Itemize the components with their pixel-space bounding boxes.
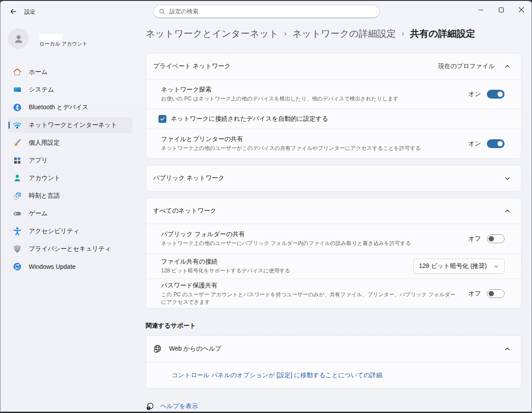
encryption-dropdown[interactable]: 128 ビット暗号化 (推奨) — [413, 259, 505, 274]
search-placeholder: 設定の検索 — [170, 8, 198, 15]
control-panel-help-link[interactable]: コントロール パネルのオプションが [設定] に移動することについての詳細 — [172, 371, 382, 379]
toggle-knob — [489, 291, 494, 296]
accessibility-icon — [13, 227, 22, 236]
card-title: パブリック ネットワーク — [153, 174, 505, 182]
all-networks-expander[interactable]: すべてのネットワーク — [146, 198, 521, 224]
checkbox-label: ネットワークに接続されたデバイスを自動的に設定する — [171, 115, 328, 123]
web-help-globe-icon — [153, 344, 162, 353]
breadcrumb-item-network[interactable]: ネットワークとインターネット — [146, 27, 278, 40]
toggle-state-label: オフ — [468, 290, 481, 298]
minimize-icon — [478, 8, 483, 12]
private-network-expander[interactable]: プライベート ネットワーク 現在のプロファイル — [146, 54, 521, 79]
maximize-button[interactable] — [491, 1, 511, 19]
chevron-down-icon — [494, 264, 499, 269]
toggle-state-label: オフ — [468, 235, 481, 243]
chevron-up-icon — [505, 346, 510, 352]
get-help-link[interactable]: ? ヘルプを表示 — [146, 402, 521, 411]
accounts-icon — [13, 174, 22, 183]
home-icon — [13, 68, 22, 76]
chevron-up-icon — [505, 208, 510, 214]
toggle-knob — [497, 92, 503, 97]
setting-description: 128 ビット暗号化をサポートするデバイスに使用する — [161, 267, 405, 275]
back-arrow-icon — [9, 8, 17, 15]
close-icon — [519, 7, 524, 12]
password-protected-sharing-row: パスワード保護共有 この PC のユーザー アカウントとパスワードを持つユーザー… — [146, 279, 521, 308]
maximize-icon — [499, 8, 504, 12]
auto-setup-devices-checkbox[interactable] — [158, 115, 166, 123]
search-input[interactable]: 設定の検索 — [153, 5, 380, 18]
close-button[interactable] — [511, 1, 532, 19]
search-icon — [159, 8, 166, 15]
setting-title: パスワード保護共有 — [161, 282, 459, 290]
private-network-card: プライベート ネットワーク 現在のプロファイル ネットワーク探索 お使いの PC… — [146, 53, 521, 159]
chevron-up-icon — [505, 64, 510, 69]
sidebar-nav: ホーム システム Bluetooth とデバイス — [0, 64, 143, 276]
public-network-card: パブリック ネットワーク — [146, 165, 521, 191]
card-title: プライベート ネットワーク — [153, 62, 438, 70]
breadcrumb-item-advanced-network[interactable]: ネットワークの詳細設定 — [293, 27, 396, 40]
password-protected-sharing-toggle[interactable] — [487, 289, 505, 298]
apps-icon — [13, 156, 22, 165]
breadcrumb: ネットワークとインターネット › ネットワークの詳細設定 › 共有の詳細設定 — [146, 27, 475, 40]
user-name — [39, 34, 62, 40]
public-folder-sharing-row: パブリック フォルダーの共有 ネットワーク上の他のユーザーにパブリック フォルダ… — [146, 224, 521, 253]
back-button[interactable] — [8, 6, 19, 18]
page-title: 共有の詳細設定 — [410, 27, 475, 40]
sidebar-item-windows-update[interactable]: Windows Update — [8, 259, 132, 275]
setting-title: パブリック フォルダーの共有 — [161, 230, 459, 238]
sidebar-item-personalization[interactable]: 個人用設定 — [8, 135, 132, 151]
footer-link-label: ヘルプを表示 — [160, 402, 198, 410]
sidebar-item-label: プライバシーとセキュリティ — [29, 245, 111, 253]
avatar[interactable] — [8, 28, 29, 49]
personalization-icon — [13, 138, 22, 147]
sidebar-item-label: 個人用設定 — [29, 139, 60, 147]
current-profile-label: 現在のプロファイル — [438, 62, 495, 70]
web-help-card: Web からのヘルプ コントロール パネルのオプションが [設定] に移動するこ… — [146, 335, 521, 389]
sidebar-item-label: Bluetooth とデバイス — [29, 103, 89, 111]
sidebar-item-privacy[interactable]: プライバシーとセキュリティ — [8, 241, 132, 257]
card-title: すべてのネットワーク — [153, 207, 505, 215]
toggle-state-label: オン — [468, 90, 481, 98]
related-support-heading: 関連するサポート — [146, 322, 521, 330]
sidebar-item-home[interactable]: ホーム — [8, 64, 132, 80]
toggle-state-label: オン — [468, 140, 481, 148]
sidebar-item-label: ゲーム — [29, 210, 48, 218]
sidebar-item-label: 時刻と言語 — [29, 192, 60, 200]
sidebar-item-gaming[interactable]: ゲーム — [8, 206, 132, 222]
file-printer-sharing-toggle[interactable] — [487, 139, 505, 148]
sidebar-item-time-language[interactable]: 時刻と言語 — [8, 188, 132, 204]
breadcrumb-separator: › — [284, 29, 287, 38]
auto-setup-devices-row: ネットワークに接続されたデバイスを自動的に設定する — [146, 109, 521, 129]
settings-window: 設定 設定の検索 — [0, 0, 532, 413]
network-discovery-toggle[interactable] — [487, 90, 505, 99]
sidebar-item-apps[interactable]: アプリ — [8, 153, 132, 168]
web-help-expander[interactable]: Web からのヘルプ — [146, 336, 521, 362]
time-language-icon — [13, 191, 22, 200]
web-help-link-row: コントロール パネルのオプションが [設定] に移動することについての詳細 — [146, 363, 521, 388]
sidebar-item-accessibility[interactable]: アクセシビリティ — [8, 223, 132, 239]
public-network-expander[interactable]: パブリック ネットワーク — [146, 165, 521, 191]
minimize-button[interactable] — [470, 1, 491, 19]
setting-title: ファイル共有の接続 — [161, 258, 405, 266]
account-type-label: ローカル アカウント — [39, 41, 88, 47]
setting-title: ファイルとプリンターの共有 — [161, 135, 459, 143]
breadcrumb-separator: › — [401, 29, 405, 38]
window-controls — [470, 1, 532, 19]
public-folder-sharing-toggle[interactable] — [487, 234, 505, 243]
setting-title: ネットワーク探索 — [161, 86, 459, 94]
sidebar-item-label: ネットワークとインターネット — [29, 121, 117, 129]
sidebar-item-bluetooth[interactable]: Bluetooth とデバイス — [8, 99, 132, 115]
file-sharing-connections-row: ファイル共有の接続 128 ビット暗号化をサポートするデバイスに使用する 128… — [146, 254, 521, 279]
sidebar-item-system[interactable]: システム — [8, 82, 132, 98]
sidebar-item-label: Windows Update — [29, 263, 76, 270]
bluetooth-icon — [13, 103, 22, 112]
sidebar-item-network[interactable]: ネットワークとインターネット — [8, 117, 132, 133]
sidebar-item-label: ホーム — [29, 68, 48, 76]
titlebar: 設定 設定の検索 — [0, 1, 532, 22]
sidebar-item-accounts[interactable]: アカウント — [8, 170, 132, 186]
user-icon — [13, 33, 24, 45]
gaming-icon — [13, 209, 22, 218]
toggle-knob — [489, 236, 494, 241]
chevron-down-icon — [505, 176, 510, 181]
svg-text:?: ? — [148, 406, 150, 409]
